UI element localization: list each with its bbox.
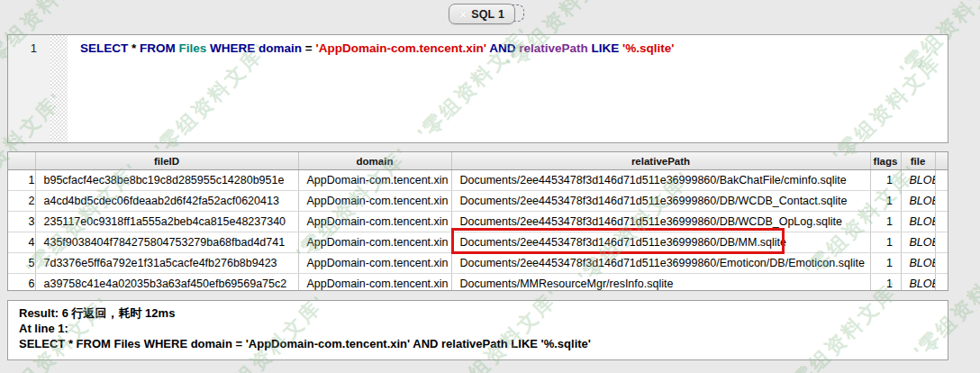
sql-token-str: '%.sqlite' [622, 41, 674, 55]
cell-blank [935, 212, 948, 232]
column-header-fileID[interactable]: fileID [35, 152, 298, 170]
row-number[interactable]: 5 [8, 253, 35, 274]
sql-token-kw: AND [489, 41, 515, 55]
cell-fileID[interactable]: a39758c41e4a02035b3a63af450efb69569a75c2 [35, 274, 298, 292]
line-number-gutter: 1 [8, 35, 50, 142]
sql-editor[interactable]: 1 SELECT * FROM Files WHERE domain = 'Ap… [7, 34, 948, 143]
cell-relativePath[interactable]: Documents/2ee4453478f3d146d71d511e369998… [451, 170, 870, 191]
cell-domain[interactable]: AppDomain-com.tencent.xin [298, 232, 451, 253]
result-at-line: At line 1: [19, 321, 948, 336]
sql-token-str: 'AppDomain-com.tencent.xin' [316, 41, 486, 55]
table-row: 57d3376e5ff6a792e1f31a5cacfe4fb276b8b942… [8, 253, 948, 274]
sql-token-kw: SELECT [80, 41, 128, 55]
column-header-file[interactable]: file [901, 152, 935, 170]
result-log-panel: Result: 6 行返回，耗时 12ms At line 1: SELECT … [7, 300, 948, 360]
cell-relativePath[interactable]: Documents/MMResourceMgr/resInfo.sqlite [451, 274, 870, 292]
sql-token-kw: LIKE [592, 41, 620, 55]
column-header-blank [8, 152, 35, 170]
table-row: 3235117e0c9318ff1a555a2beb4ca815e4823734… [8, 212, 948, 232]
cell-file-blob[interactable]: BLOB [901, 232, 935, 253]
cell-blank [935, 232, 948, 253]
cell-file-blob[interactable]: BLOB [901, 253, 935, 274]
cell-blank [935, 253, 948, 274]
cell-relativePath[interactable]: Documents/2ee4453478f3d146d71d511e369998… [451, 253, 870, 274]
cell-file-blob[interactable]: BLOB [901, 274, 935, 292]
cell-flags[interactable]: 1 [870, 232, 901, 253]
column-header-blank [935, 152, 948, 170]
cell-blank [935, 191, 948, 212]
column-header-domain[interactable]: domain [298, 152, 451, 170]
row-number[interactable]: 2 [8, 191, 35, 212]
close-icon[interactable]: × [459, 8, 467, 21]
line-number: 1 [8, 35, 50, 55]
cell-blank [935, 274, 948, 292]
cell-file-blob[interactable]: BLOB [901, 191, 935, 212]
sql-token-tbl: Files [179, 41, 207, 55]
cell-fileID[interactable]: 7d3376e5ff6a792e1f31a5cacfe4fb276b8b9423 [35, 253, 298, 274]
column-header-flags[interactable]: flags [870, 152, 901, 170]
table-row: 6a39758c41e4a02035b3a63af450efb69569a75c… [8, 274, 948, 292]
cell-flags[interactable]: 1 [870, 274, 901, 292]
sql-token-kw: WHERE [210, 41, 255, 55]
cell-relativePath[interactable]: Documents/2ee4453478f3d146d71d511e369998… [451, 232, 870, 253]
sql-token-col: domain [259, 41, 302, 55]
results-grid: fileIDdomainrelativePathflagsfile 1b95cf… [7, 151, 948, 291]
column-header-relativePath[interactable]: relativePath [451, 152, 870, 170]
cell-flags[interactable]: 1 [870, 253, 901, 274]
sql-query-text: SELECT * FROM Files WHERE domain = 'AppD… [80, 41, 674, 55]
table-row: 2a4cd4bd5cdec06fdeaab2d6f42fa52acf062041… [8, 191, 948, 212]
cell-fileID[interactable]: 235117e0c9318ff1a555a2beb4ca815e48237340 [35, 212, 298, 232]
sql-token-kw: FROM [140, 41, 176, 55]
tab-bar: × SQL 1 [0, 0, 980, 27]
row-number[interactable]: 3 [8, 212, 35, 232]
cell-fileID[interactable]: b95cfacf4ec38be8bc19c8d285955c14280b951e [35, 170, 298, 191]
sql-token-col2: relativePath [519, 41, 588, 55]
cell-flags[interactable]: 1 [870, 170, 901, 191]
cell-domain[interactable]: AppDomain-com.tencent.xin [298, 191, 451, 212]
tab-sql1[interactable]: × SQL 1 [449, 4, 515, 24]
table-row: 1b95cfacf4ec38be8bc19c8d285955c14280b951… [8, 170, 948, 191]
cell-domain[interactable]: AppDomain-com.tencent.xin [298, 253, 451, 274]
cell-fileID[interactable]: 435f9038404f784275804753279ba68fbad4d741 [35, 232, 298, 253]
cell-domain[interactable]: AppDomain-com.tencent.xin [298, 212, 451, 232]
cell-domain[interactable]: AppDomain-com.tencent.xin [298, 274, 451, 292]
tab-label: SQL 1 [471, 8, 504, 21]
fold-strip [50, 35, 68, 142]
result-summary: Result: 6 行返回，耗时 12ms [19, 305, 948, 321]
cell-flags[interactable]: 1 [870, 212, 901, 232]
cell-blank [935, 170, 948, 191]
result-query-echo: SELECT * FROM Files WHERE domain = 'AppD… [19, 336, 948, 351]
cell-fileID[interactable]: a4cd4bd5cdec06fdeaab2d6f42fa52acf0620413 [35, 191, 298, 212]
table-row: 4435f9038404f784275804753279ba68fbad4d74… [8, 232, 948, 253]
row-number[interactable]: 4 [8, 232, 35, 253]
results-table: fileIDdomainrelativePathflagsfile 1b95cf… [8, 152, 948, 291]
cell-file-blob[interactable]: BLOB [901, 170, 935, 191]
cell-domain[interactable]: AppDomain-com.tencent.xin [298, 170, 451, 191]
cell-flags[interactable]: 1 [870, 191, 901, 212]
row-number[interactable]: 1 [8, 170, 35, 191]
sql-token-pl: = [302, 41, 315, 55]
cell-relativePath[interactable]: Documents/2ee4453478f3d146d71d511e369998… [451, 212, 870, 232]
cell-file-blob[interactable]: BLOB [901, 212, 935, 232]
table-header-row: fileIDdomainrelativePathflagsfile [8, 152, 948, 170]
row-number[interactable]: 6 [8, 274, 35, 292]
sql-token-pl: * [128, 41, 140, 55]
cell-relativePath[interactable]: Documents/2ee4453478f3d146d71d511e369998… [451, 191, 870, 212]
